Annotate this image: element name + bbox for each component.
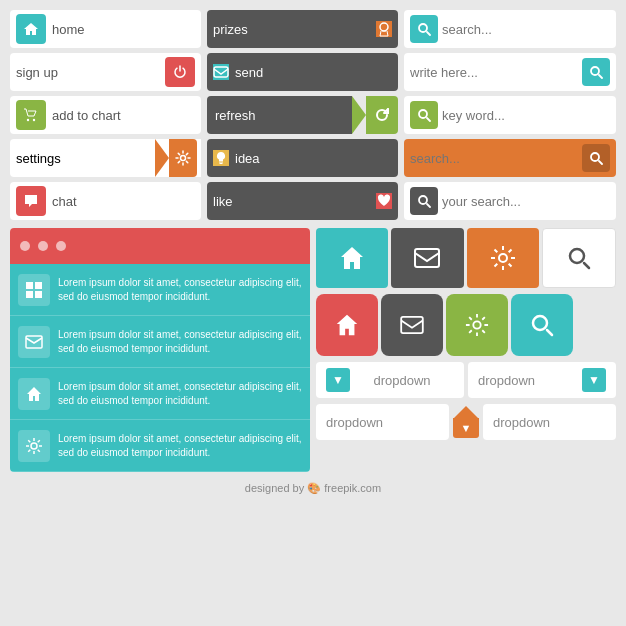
- flat-card-text-3: Lorem ipsum dolor sit amet, consectetur …: [58, 380, 302, 408]
- idea-label: idea: [235, 151, 260, 166]
- svg-point-20: [473, 321, 480, 328]
- prize-icon: [376, 21, 392, 37]
- dropdown-arrow-2: ▼: [582, 368, 606, 392]
- dropdown-3[interactable]: dropdown: [316, 404, 449, 440]
- large-home-tile[interactable]: [316, 228, 388, 288]
- dot-1: [20, 241, 30, 251]
- search-input-3[interactable]: [442, 108, 610, 123]
- svg-rect-12: [26, 291, 33, 298]
- send-button[interactable]: send: [207, 53, 398, 91]
- search-input-5[interactable]: [442, 194, 610, 209]
- signup-button[interactable]: sign up: [10, 53, 201, 91]
- search-bar-2[interactable]: [404, 53, 616, 91]
- search-bar-1[interactable]: [404, 10, 616, 48]
- home-button[interactable]: home: [10, 10, 201, 48]
- dropdown-arrow-1: ▼: [326, 368, 350, 392]
- svg-point-15: [31, 443, 37, 449]
- svg-rect-19: [401, 317, 423, 333]
- svg-point-8: [591, 153, 599, 161]
- like-label: like: [213, 194, 370, 209]
- search-bar-4[interactable]: [404, 139, 616, 177]
- dropdown-2[interactable]: dropdown ▼: [468, 362, 616, 398]
- small-gear-tile[interactable]: [446, 294, 508, 356]
- search-icon-2: [582, 58, 610, 86]
- settings-icon: [169, 139, 197, 177]
- grid-icon: [18, 274, 50, 306]
- mail-icon-card: [18, 326, 50, 358]
- large-mail-tile[interactable]: [391, 228, 463, 288]
- svg-point-6: [591, 67, 599, 75]
- svg-point-7: [419, 110, 427, 118]
- search-icon-3: [410, 101, 438, 129]
- settings-button[interactable]: settings: [10, 139, 201, 177]
- gear-icon-card: [18, 430, 50, 462]
- large-gear-tile[interactable]: [467, 228, 539, 288]
- svg-rect-11: [35, 282, 42, 289]
- flat-card-text-1: Lorem ipsum dolor sit amet, consectetur …: [58, 276, 302, 304]
- dropdown-label-4: dropdown: [493, 415, 550, 430]
- small-mail-tile[interactable]: [381, 294, 443, 356]
- search-bar-5[interactable]: [404, 182, 616, 220]
- dropdown-label-1: dropdown: [373, 373, 430, 388]
- svg-point-1: [33, 119, 35, 121]
- dropdown-arrow-3: ▼: [453, 418, 479, 438]
- footer-text: designed by: [245, 482, 304, 494]
- prizes-button[interactable]: prizes: [207, 10, 398, 48]
- like-button[interactable]: like: [207, 182, 398, 220]
- flat-card-text-2: Lorem ipsum dolor sit amet, consectetur …: [58, 328, 302, 356]
- svg-point-18: [570, 249, 584, 263]
- flat-card-row-4: Lorem ipsum dolor sit amet, consectetur …: [10, 420, 310, 472]
- svg-point-0: [27, 119, 29, 121]
- power-icon: [165, 57, 195, 87]
- large-search-tile[interactable]: [542, 228, 616, 288]
- small-icon-row: [316, 294, 616, 356]
- search-input-1[interactable]: [442, 22, 610, 37]
- search-bar-3[interactable]: [404, 96, 616, 134]
- footer-brand: freepik.com: [324, 482, 381, 494]
- settings-label: settings: [16, 151, 61, 166]
- flat-card-row-2: Lorem ipsum dolor sit amet, consectetur …: [10, 316, 310, 368]
- refresh-button[interactable]: refresh: [207, 96, 398, 134]
- flat-card-body: Lorem ipsum dolor sit amet, consectetur …: [10, 264, 310, 472]
- dropdown-4[interactable]: dropdown: [483, 404, 616, 440]
- small-home-tile[interactable]: [316, 294, 378, 356]
- heart-icon: [376, 193, 392, 209]
- svg-rect-10: [26, 282, 33, 289]
- chat-label: chat: [52, 194, 195, 209]
- send-label: send: [235, 65, 263, 80]
- svg-rect-13: [35, 291, 42, 298]
- search-icon-5: [410, 187, 438, 215]
- dropdown-label-2: dropdown: [478, 373, 535, 388]
- search-input-4[interactable]: [410, 151, 578, 166]
- svg-rect-4: [214, 67, 228, 77]
- dropdown-1[interactable]: ▼ dropdown: [316, 362, 464, 398]
- add-to-chart-button[interactable]: add to chart: [10, 96, 201, 134]
- refresh-label: refresh: [215, 108, 255, 123]
- svg-point-3: [380, 23, 388, 31]
- large-icon-row: [316, 228, 616, 288]
- refresh-icon: [366, 96, 398, 134]
- flat-card-text-4: Lorem ipsum dolor sit amet, consectetur …: [58, 432, 302, 460]
- dropdown-label-3: dropdown: [326, 415, 383, 430]
- cart-icon: [16, 100, 46, 130]
- small-search-tile[interactable]: [511, 294, 573, 356]
- chat-icon: [16, 186, 46, 216]
- idea-button[interactable]: idea: [207, 139, 398, 177]
- home-icon: [16, 14, 46, 44]
- prizes-label: prizes: [213, 22, 370, 37]
- footer: designed by 🎨 freepik.com: [10, 482, 616, 495]
- home-label: home: [52, 22, 195, 37]
- svg-point-17: [499, 254, 507, 262]
- flat-card-row-3: Lorem ipsum dolor sit amet, consectetur …: [10, 368, 310, 420]
- chat-button[interactable]: chat: [10, 182, 201, 220]
- search-input-2[interactable]: [410, 65, 578, 80]
- search-icon-4: [582, 144, 610, 172]
- search-icon-1: [410, 15, 438, 43]
- send-icon: [213, 64, 229, 80]
- add-to-chart-label: add to chart: [52, 108, 195, 123]
- dropdown-row-1: ▼ dropdown dropdown ▼: [316, 362, 616, 398]
- svg-rect-16: [415, 249, 439, 267]
- flat-card-row-1: Lorem ipsum dolor sit amet, consectetur …: [10, 264, 310, 316]
- dot-2: [38, 241, 48, 251]
- svg-point-2: [181, 156, 186, 161]
